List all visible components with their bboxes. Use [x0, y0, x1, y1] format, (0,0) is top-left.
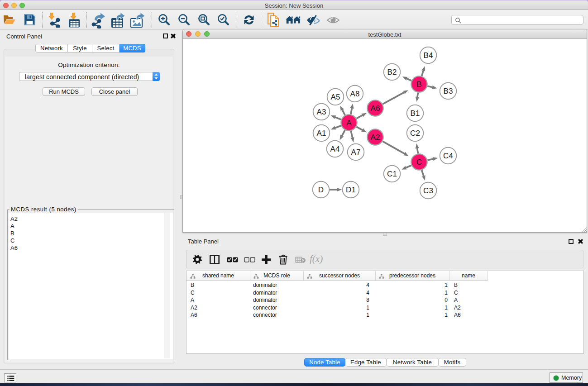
svg-text:B4: B4 [423, 51, 433, 60]
svg-text:C4: C4 [443, 152, 453, 160]
svg-text:B: B [416, 80, 422, 89]
svg-text:A7: A7 [351, 148, 360, 157]
svg-text:D: D [318, 186, 324, 194]
svg-text:B1: B1 [410, 109, 420, 118]
svg-text:C3: C3 [423, 186, 433, 195]
svg-text:A5: A5 [330, 93, 340, 101]
svg-text:A: A [346, 119, 352, 127]
svg-text:A3: A3 [316, 108, 326, 116]
svg-text:C1: C1 [387, 170, 397, 178]
svg-text:A1: A1 [316, 129, 326, 138]
svg-text:D1: D1 [346, 186, 356, 194]
svg-text:A4: A4 [330, 145, 339, 153]
svg-text:C: C [416, 158, 422, 167]
svg-text:A8: A8 [350, 90, 359, 98]
svg-text:C2: C2 [410, 129, 420, 138]
svg-text:A2: A2 [370, 133, 380, 142]
svg-text:A6: A6 [370, 104, 380, 113]
svg-text:B3: B3 [443, 87, 453, 95]
svg-text:B2: B2 [387, 68, 397, 76]
